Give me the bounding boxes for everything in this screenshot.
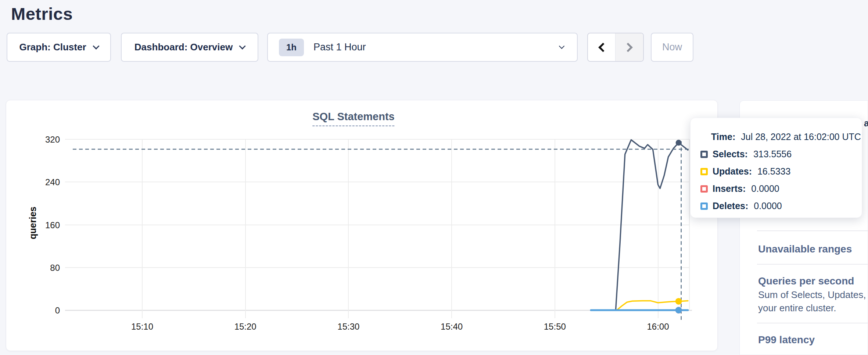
time-range-label: Past 1 Hour: [313, 42, 366, 53]
time-range-dropdown[interactable]: 1h Past 1 Hour: [267, 33, 578, 62]
tooltip-series-value: 16.5333: [757, 166, 790, 177]
selects-legend-swatch-icon: [700, 151, 708, 158]
tooltip-series-row: Updates: 16.5333: [691, 163, 862, 180]
divider: [757, 323, 868, 323]
tooltip-time-label: Time:: [711, 132, 735, 142]
time-window-next-button[interactable]: [616, 33, 643, 61]
sidebar-heading-p99-latency: P99 latency: [758, 334, 815, 346]
tooltip-series-row: Deletes: 0.0000: [691, 197, 862, 215]
chevron-down-icon: [93, 43, 99, 49]
tooltip-series-label: Deletes:: [713, 201, 748, 211]
sidebar-heading-queries-per-second: Queries per second: [758, 275, 854, 287]
tooltip-time-value: Jul 28, 2022 at 16:02:00 UTC: [741, 132, 861, 142]
time-range-badge: 1h: [279, 39, 304, 56]
tooltip-series-row: Selects: 313.5556: [691, 146, 862, 163]
tooltip-series-label: Updates:: [713, 166, 752, 177]
graph-scope-dropdown[interactable]: Graph: Cluster: [7, 33, 111, 62]
clipped-text-fragment: a: [864, 118, 868, 129]
tooltip-series-value: 0.0000: [751, 183, 779, 194]
tooltip-series-value: 0.0000: [754, 201, 782, 211]
chart-title[interactable]: SQL Statements: [312, 111, 394, 126]
tooltip-series-value: 313.5556: [753, 149, 792, 159]
metrics-page: { "page": { "title": "Metrics" }, "toolb…: [0, 0, 868, 355]
sidebar-description-line: Sum of Selects, Updates, Inser: [758, 289, 868, 301]
time-window-nav: [587, 33, 644, 62]
chevron-down-icon: [239, 43, 245, 49]
chevron-right-icon: [623, 43, 632, 52]
divider: [757, 264, 868, 265]
chevron-down-icon: [559, 43, 565, 49]
sql-statements-chart-card[interactable]: [6, 100, 718, 351]
chevron-left-icon: [598, 43, 607, 52]
tooltip-series-row: Inserts: 0.0000: [691, 180, 862, 197]
divider: [757, 230, 868, 231]
sidebar-heading-unavailable-ranges: Unavailable ranges: [758, 243, 852, 255]
sidebar-description-line: your entire cluster.: [758, 302, 836, 314]
chart-hover-tooltip: Time: Jul 28, 2022 at 16:02:00 UTC Selec…: [690, 118, 862, 218]
graph-scope-dropdown-label: Graph: Cluster: [19, 42, 86, 53]
updates-legend-swatch-icon: [700, 168, 708, 175]
deletes-legend-swatch-icon: [700, 202, 708, 210]
y-axis-label: queries: [28, 199, 38, 247]
tooltip-time-row: Time: Jul 28, 2022 at 16:02:00 UTC: [691, 128, 862, 146]
page-title: Metrics: [11, 4, 73, 24]
dashboard-dropdown[interactable]: Dashboard: Overview: [121, 33, 258, 62]
inserts-legend-swatch-icon: [700, 185, 708, 193]
dashboard-dropdown-label: Dashboard: Overview: [134, 42, 233, 53]
time-window-prev-button[interactable]: [588, 33, 616, 61]
tooltip-series-label: Inserts:: [713, 183, 746, 194]
tooltip-series-label: Selects:: [713, 149, 748, 159]
now-button[interactable]: Now: [651, 33, 693, 62]
